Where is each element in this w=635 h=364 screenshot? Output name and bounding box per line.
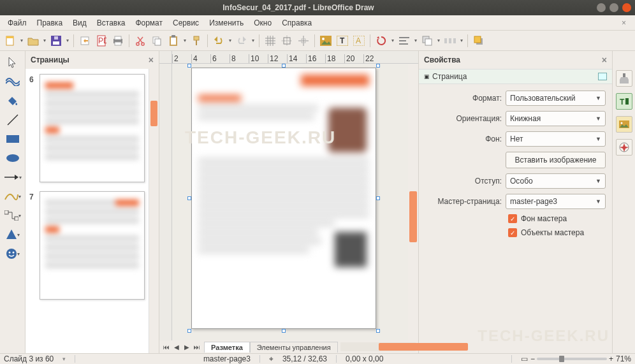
arrow-tool-icon[interactable]: ▾ [4, 170, 22, 185]
snap-helplines-icon[interactable] [279, 33, 295, 48]
menu-view[interactable]: Вид [68, 17, 92, 29]
sidebar-properties-icon[interactable] [616, 70, 632, 87]
close-button[interactable] [622, 3, 631, 12]
properties-header: Свойства × [419, 51, 612, 69]
shadow-icon[interactable] [471, 33, 486, 48]
undo-dropdown[interactable]: ▾ [228, 38, 233, 43]
prev-sheet-button[interactable]: ◀ [172, 344, 181, 351]
menu-help[interactable]: Справка [277, 17, 317, 29]
basic-shapes-icon[interactable]: ▾ [4, 227, 22, 242]
background-dropdown[interactable]: Нет▼ [506, 131, 606, 147]
zoom-slider[interactable]: − + [537, 358, 607, 360]
svg-rect-44 [449, 38, 451, 43]
export-pdf-icon[interactable]: PDF [94, 33, 109, 48]
svg-rect-14 [155, 39, 161, 45]
redo-icon[interactable] [234, 33, 249, 48]
format-dropdown[interactable]: Пользовательский▼ [506, 91, 606, 106]
rotate-icon[interactable] [374, 33, 389, 48]
sidebar-tabs: T [612, 51, 635, 353]
symbol-shapes-icon[interactable]: ▾ [4, 246, 22, 261]
document-close-x[interactable]: × [615, 17, 632, 29]
clone-format-icon[interactable] [189, 33, 204, 48]
copy-icon[interactable] [149, 33, 164, 48]
insert-fontwork-icon[interactable]: A [351, 33, 367, 48]
fill-color-icon[interactable] [4, 93, 22, 108]
page-thumbnail-6[interactable]: 6 [29, 74, 145, 182]
pages-panel-close[interactable]: × [149, 55, 154, 65]
rectangle-tool-icon[interactable] [4, 131, 22, 147]
insert-image-button[interactable]: Вставить изображение [506, 152, 606, 168]
arrange-dropdown[interactable]: ▾ [436, 38, 441, 43]
section-page[interactable]: ▣ Страница [419, 69, 612, 84]
open-icon[interactable] [26, 33, 41, 48]
undo-icon[interactable] [211, 33, 226, 48]
grid-icon[interactable] [263, 33, 278, 48]
ellipse-tool-icon[interactable] [4, 150, 22, 166]
insert-image-icon[interactable] [318, 33, 333, 48]
paste-icon[interactable] [166, 33, 181, 48]
master-page-dropdown[interactable]: master-page3▼ [506, 194, 606, 209]
svg-rect-17 [172, 35, 175, 38]
distribute-dropdown[interactable]: ▾ [459, 38, 464, 43]
orientation-dropdown[interactable]: Книжная▼ [506, 111, 606, 126]
new-icon[interactable] [3, 33, 18, 48]
first-sheet-button[interactable]: ⏮ [162, 344, 171, 351]
open-dropdown[interactable]: ▾ [42, 38, 47, 43]
cut-icon[interactable] [133, 33, 148, 48]
curve-tool-icon[interactable]: ▾ [4, 189, 22, 204]
rotate-dropdown[interactable]: ▾ [390, 38, 395, 43]
properties-close[interactable]: × [602, 55, 607, 65]
insert-textbox-icon[interactable]: T [335, 33, 350, 48]
canvas-vertical-scrollbar[interactable] [408, 64, 418, 340]
master-objects-checkbox[interactable]: ✓ [508, 228, 517, 237]
export-icon[interactable] [77, 33, 92, 48]
next-sheet-button[interactable]: ▶ [182, 344, 191, 351]
main-area: ▾ ▾ ▾ ▾ ▾ Страницы × 6 7 [0, 51, 635, 353]
save-dropdown[interactable]: ▾ [65, 38, 70, 43]
sidebar-gallery-icon[interactable] [616, 116, 632, 133]
horizontal-ruler[interactable]: 246810121416182022 [172, 51, 418, 64]
document-page[interactable] [191, 68, 376, 329]
align-dropdown[interactable]: ▾ [413, 38, 418, 43]
section-more-icon[interactable] [598, 73, 607, 80]
canvas-horizontal-scrollbar[interactable] [340, 342, 416, 351]
canvas-viewport[interactable] [172, 64, 408, 340]
save-icon[interactable] [48, 33, 64, 48]
distribute-icon[interactable] [442, 33, 458, 48]
status-dropdown-icon[interactable]: ▾ [62, 356, 66, 362]
menu-insert[interactable]: Вставка [92, 17, 131, 29]
main-toolbar: ▾ ▾ ▾ PDF ▾ ▾ ▾ T A ▾ ▾ ▾ ▾ [0, 31, 635, 51]
pages-list[interactable]: 6 7 [26, 69, 149, 353]
pages-scrollbar[interactable] [149, 69, 159, 353]
menu-edit[interactable]: Правка [32, 17, 68, 29]
tab-layout[interactable]: Разметка [204, 342, 250, 353]
last-sheet-button[interactable]: ⏭ [193, 344, 201, 351]
zoom-value[interactable]: 71% [616, 354, 631, 363]
menu-modify[interactable]: Изменить [204, 17, 249, 29]
redo-dropdown[interactable]: ▾ [251, 38, 256, 43]
menu-format[interactable]: Формат [130, 17, 168, 29]
line-color-icon[interactable] [4, 74, 22, 89]
master-bg-checkbox[interactable]: ✓ [508, 214, 517, 223]
paste-dropdown[interactable]: ▾ [182, 38, 187, 43]
page-thumbnail-7[interactable]: 7 [29, 191, 145, 300]
fit-page-icon[interactable]: ▭ [521, 354, 528, 363]
arrange-icon[interactable] [420, 33, 435, 48]
margin-dropdown[interactable]: Особо▼ [506, 173, 606, 189]
align-icon[interactable] [397, 33, 412, 48]
connector-tool-icon[interactable]: ▾ [4, 208, 22, 223]
maximize-button[interactable] [609, 3, 618, 12]
vertical-ruler[interactable] [159, 64, 172, 340]
line-tool-icon[interactable] [4, 112, 22, 127]
menu-window[interactable]: Окно [249, 17, 277, 29]
new-dropdown[interactable]: ▾ [19, 38, 24, 43]
print-icon[interactable] [110, 33, 126, 48]
menu-tools[interactable]: Сервис [168, 17, 204, 29]
tab-controls[interactable]: Элементы управления [250, 342, 338, 353]
minimize-button[interactable] [597, 3, 606, 12]
menu-file[interactable]: Файл [3, 17, 32, 29]
sidebar-styles-icon[interactable]: T [616, 93, 632, 110]
sidebar-navigator-icon[interactable] [616, 139, 632, 156]
select-tool-icon[interactable] [4, 55, 22, 70]
helplines-move-icon[interactable] [296, 33, 311, 48]
